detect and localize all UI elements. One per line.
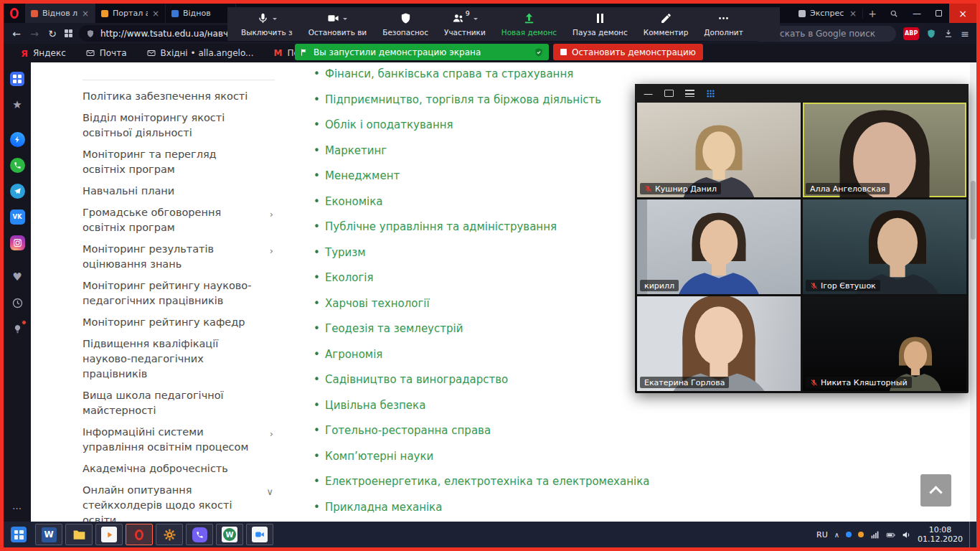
whatsapp-icon[interactable] xyxy=(9,157,25,173)
window-minimize-button[interactable]: — xyxy=(906,4,928,23)
specialty-link[interactable]: Комп’ютерні науки xyxy=(312,449,649,464)
new-tab-button[interactable]: + xyxy=(863,8,882,19)
taskbar-word-icon[interactable]: W xyxy=(35,524,62,545)
show-desktop-button[interactable] xyxy=(969,522,973,547)
specialty-link[interactable]: Підприємництво, торгівля та біржова діял… xyxy=(312,93,649,108)
easy-setup-icon[interactable] xyxy=(9,321,25,336)
annotate-button[interactable]: Комментир xyxy=(636,7,697,41)
taskbar-zoom-icon[interactable] xyxy=(246,524,273,545)
specialty-link[interactable]: Екологія xyxy=(312,270,649,286)
speaker-view-icon[interactable] xyxy=(664,90,674,97)
menu-item[interactable]: Відділ моніторингу якості освітньої діял… xyxy=(83,110,275,141)
chevron-down-icon[interactable] xyxy=(273,18,277,22)
pause-share-button[interactable]: Пауза демонс xyxy=(565,7,636,41)
sidebar-setup-icon[interactable]: ≡ xyxy=(961,29,969,39)
stop-share-button[interactable]: Остановить демонстрацию xyxy=(553,44,703,60)
likes-icon[interactable]: ♥ xyxy=(9,269,25,285)
menu-item[interactable]: Вища школа педагогічної майстерності xyxy=(83,388,275,418)
scrollbar-thumb[interactable] xyxy=(971,181,976,240)
window-restore-button[interactable] xyxy=(928,4,949,23)
specialty-link[interactable]: Агрономія xyxy=(312,347,649,362)
taskbar-settings-icon[interactable] xyxy=(156,524,183,545)
menu-item[interactable]: Академічна доброчесність xyxy=(83,461,275,476)
specialty-link[interactable]: Фінанси, банківська справа та страхуванн… xyxy=(312,67,649,82)
bookmark-yandex[interactable]: Я Яндекс xyxy=(21,48,66,59)
bookmark-mail[interactable]: Почта xyxy=(86,48,127,58)
menu-item[interactable]: Інформаційні системи управління освітнім… xyxy=(83,425,275,455)
telegram-icon[interactable] xyxy=(9,183,25,199)
messenger-icon[interactable] xyxy=(9,131,25,147)
menu-item[interactable]: Моніторинг рейтингу науково-педагогічних… xyxy=(83,278,275,309)
browser-tab-1[interactable]: Віднов ле × xyxy=(25,4,95,23)
hidden-icons-chevron[interactable]: ∧ xyxy=(834,531,839,539)
specialty-link[interactable]: Харчові технології xyxy=(312,296,649,311)
video-tile[interactable]: кирилл xyxy=(637,199,801,294)
specialty-link[interactable]: Прикладна механіка xyxy=(312,500,649,515)
network-signal-icon[interactable] xyxy=(870,530,880,540)
specialty-link[interactable]: Садівництво та виноградарство xyxy=(312,372,649,387)
taskbar-media-player-icon[interactable] xyxy=(95,524,123,545)
video-tile[interactable]: Никита Кляшторный xyxy=(803,296,966,391)
strip-view-icon[interactable] xyxy=(685,90,694,97)
scroll-to-top-button[interactable] xyxy=(920,474,951,507)
taskbar-explorer-icon[interactable] xyxy=(65,524,93,545)
menu-item[interactable]: Моніторинг результатів оцінювання знань› xyxy=(83,242,275,272)
menu-item[interactable]: Моніторинг та перегляд освітніх програм xyxy=(83,147,275,177)
video-tile[interactable]: Кушнир Данил xyxy=(637,103,801,197)
specialty-link[interactable]: Цивільна безпека xyxy=(312,398,649,413)
specialty-link[interactable]: Маркетинг xyxy=(312,143,649,159)
keyboard-language[interactable]: RU xyxy=(816,530,828,540)
menu-item[interactable]: Моніторинг рейтингу кафедр xyxy=(83,315,275,330)
speed-dial-icon[interactable] xyxy=(65,29,72,37)
tab-close-icon[interactable]: × xyxy=(152,9,159,19)
specialty-link[interactable]: Менеджмент xyxy=(312,169,649,184)
tab-close-icon[interactable]: × xyxy=(82,9,89,19)
menu-item[interactable]: Політика забезпечення якості xyxy=(83,89,275,104)
specialty-link[interactable]: Публічне управління та адміністрування xyxy=(312,220,649,235)
back-button[interactable]: ← xyxy=(11,29,22,39)
tray-app-icon-blue[interactable] xyxy=(846,532,852,537)
participants-button[interactable]: 9 Участники xyxy=(436,7,494,41)
specialty-link[interactable]: Геодезія та землеустрій xyxy=(312,321,649,336)
browser-tab-2[interactable]: Портал а × xyxy=(95,4,166,23)
video-tile-active-speaker[interactable]: Алла Ангеловская xyxy=(803,103,966,197)
opera-logo[interactable] xyxy=(4,4,25,23)
instagram-icon[interactable] xyxy=(9,235,25,250)
menu-item[interactable]: Навчальні плани xyxy=(83,184,275,199)
security-button[interactable]: Безопаснос xyxy=(374,7,436,41)
history-icon[interactable] xyxy=(9,295,25,311)
chevron-down-icon[interactable] xyxy=(473,18,478,22)
menu-item[interactable]: Онлайн опитування стейкхолдерів щодо яко… xyxy=(83,483,275,522)
site-info-shield-icon[interactable] xyxy=(86,29,95,38)
tray-app-icon-orange[interactable] xyxy=(858,532,864,537)
adblock-extension-icon[interactable]: ABP xyxy=(903,27,919,40)
video-tile[interactable]: Ігор Євтушок xyxy=(803,199,966,294)
vk-icon[interactable]: VK xyxy=(9,209,25,225)
tab-search-icon[interactable] xyxy=(882,9,906,18)
new-share-button[interactable]: Новая демонс xyxy=(494,7,565,41)
tab-close-icon[interactable]: × xyxy=(849,9,857,19)
gallery-view-icon[interactable] xyxy=(706,89,715,98)
bookmark-inbox[interactable]: Вхідні • alla.angelo... xyxy=(147,48,254,58)
volume-icon[interactable] xyxy=(902,530,911,540)
gallery-minimize-icon[interactable]: — xyxy=(644,89,653,98)
taskbar-viber-icon[interactable] xyxy=(186,524,213,545)
specialty-link[interactable]: Туризм xyxy=(312,245,649,260)
specialty-link[interactable]: Економіка xyxy=(312,194,649,209)
menu-item[interactable]: Підвищення кваліфікації науково-педагогі… xyxy=(83,336,275,382)
start-button[interactable] xyxy=(4,522,34,547)
more-button[interactable]: Дополнит xyxy=(696,7,750,41)
specialty-link[interactable]: Електроенергетика, електротехніка та еле… xyxy=(312,474,649,489)
mute-button[interactable]: Выключить з xyxy=(233,7,301,41)
reload-button[interactable]: ↻ xyxy=(47,29,58,39)
speed-dial-sidebar-icon[interactable] xyxy=(9,71,25,87)
specialty-link[interactable]: Облік і оподаткування xyxy=(312,118,649,133)
stop-video-button[interactable]: Остановить ви xyxy=(301,7,375,41)
specialty-link[interactable]: Готельно-ресторанна справа xyxy=(312,423,649,438)
chevron-down-icon[interactable] xyxy=(343,18,347,22)
taskbar-wordpress-icon[interactable]: W xyxy=(216,524,243,545)
forward-button[interactable]: → xyxy=(29,29,40,39)
download-icon[interactable] xyxy=(943,29,953,39)
sidebar-more-icon[interactable]: ⋯ xyxy=(9,500,25,516)
browser-tab-4[interactable]: Экспрес × xyxy=(793,9,863,19)
